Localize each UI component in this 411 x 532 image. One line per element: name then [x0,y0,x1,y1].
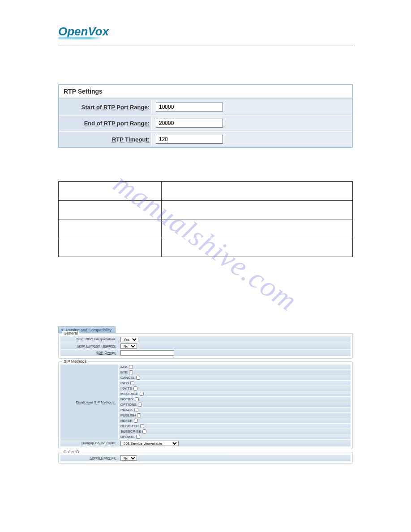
sip-method-row: NOTIFY [119,397,351,402]
sdp-owner-input[interactable] [120,350,174,356]
sip-method-label: UPDATE [120,435,135,439]
general-fieldset: General Strict RFC Interpretation: Yes S… [58,333,353,359]
sip-method-label: REGISTER [120,424,139,428]
sip-method-row: INVITE [119,386,351,391]
sip-method-checkbox[interactable] [136,435,140,439]
shrink-caller-id-select[interactable]: No [120,455,137,461]
sip-method-label: PRACK [120,408,133,412]
sip-method-row: PUBLISH [119,413,351,418]
sip-method-row: OPTIONS [119,402,351,407]
sip-method-checkbox[interactable] [137,413,141,417]
compact-headers-label: Send Compact Headers: [60,343,119,349]
sip-method-row: REFER [119,418,351,423]
logo-text: OpenVox [58,25,109,38]
sip-method-checkbox[interactable] [140,424,144,428]
logo: OpenVox [58,25,109,39]
sip-method-label: SUBSCRIBE [120,429,141,433]
rtp-timeout-label: RTP Timeout: [112,136,150,143]
sip-method-checkbox[interactable] [133,386,137,390]
sip-method-checkbox[interactable] [134,408,138,412]
sip-method-label: NOTIFY [120,397,133,401]
disallowed-sip-label: Disallowed SIP Methods: [60,365,119,440]
caller-id-legend: Caller ID [62,450,81,454]
rtp-timeout-input[interactable] [156,135,223,144]
sip-methods-list: ACKBYECANCELINFOINVITEMESSAGENOTIFYOPTIO… [119,365,351,440]
sip-method-label: ACK [120,365,128,369]
rtp-settings-panel: RTP Settings Start of RTP Port Range: En… [58,84,353,148]
sip-method-checkbox[interactable] [135,397,139,401]
logo-underline [58,37,103,39]
hangup-cause-select[interactable]: 503 Service Unavailable [120,441,179,446]
sip-method-checkbox[interactable] [138,403,142,407]
sip-method-checkbox[interactable] [140,392,144,396]
sip-method-label: MESSAGE [120,392,138,396]
strict-rfc-select[interactable]: Yes [120,337,138,342]
sip-method-row: UPDATE [119,434,351,439]
sip-method-checkbox[interactable] [142,429,146,433]
sip-method-label: INFO [120,381,129,385]
sip-method-checkbox[interactable] [134,419,138,423]
rtp-end-label: End of RTP port Range: [84,120,150,127]
sip-method-row: BYE [119,370,351,375]
sip-method-checkbox[interactable] [136,376,140,380]
sip-method-label: INVITE [120,386,132,390]
caller-id-fieldset: Caller ID Shrink Caller ID: No [58,452,353,464]
rtp-row: Start of RTP Port Range: [59,99,352,115]
table-row [59,219,353,238]
sip-method-row: CANCEL [119,375,351,380]
hangup-cause-label: Hangup Cause Code: [60,440,119,446]
rtp-settings-title: RTP Settings [59,85,352,99]
rtp-end-input[interactable] [156,119,223,128]
sdp-owner-label: SDP Owner: [60,350,119,356]
sip-method-row: MESSAGE [119,391,351,396]
sip-methods-legend: SIP Methods [62,359,88,364]
sip-method-row: REGISTER [119,424,351,429]
sip-method-row: SUBSCRIBE [119,429,351,434]
sip-method-label: CANCEL [120,376,135,380]
sip-method-row: INFO [119,381,351,386]
sip-method-checkbox[interactable] [129,365,133,369]
shrink-caller-id-label: Shrink Caller ID: [60,455,119,461]
sip-method-label: OPTIONS [120,403,137,407]
rtp-row: End of RTP port Range: [59,115,352,131]
instruction-table [58,181,353,257]
sip-method-label: REFER [120,419,133,423]
sip-method-checkbox[interactable] [129,370,133,374]
rtp-row: RTP Timeout: [59,131,352,147]
sip-method-checkbox[interactable] [130,381,134,385]
strict-rfc-label: Strict RFC Interpretation: [60,336,119,343]
parsing-compat-panel: ▼ Parsing and Compatibility General Stri… [58,326,353,464]
general-legend: General [62,331,79,335]
sip-methods-fieldset: SIP Methods Disallowed SIP Methods: ACKB… [58,361,353,449]
table-row [59,201,353,219]
sip-method-row: ACK [119,365,351,369]
sip-method-label: PUBLISH [120,413,136,417]
table-row [59,238,353,257]
rtp-start-label: Start of RTP Port Range: [81,104,150,111]
table-row [59,182,353,201]
header-divider [58,46,353,46]
compact-headers-select[interactable]: No [120,343,137,349]
rtp-start-input[interactable] [156,103,223,112]
sip-method-row: PRACK [119,408,351,412]
sip-method-label: BYE [120,370,128,374]
